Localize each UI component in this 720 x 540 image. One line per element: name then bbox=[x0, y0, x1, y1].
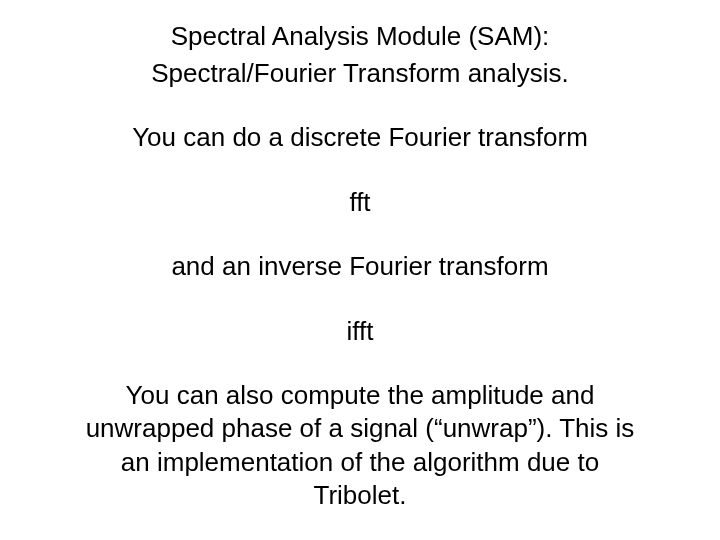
title-block: Spectral Analysis Module (SAM): Spectral… bbox=[40, 20, 680, 89]
paragraph-block: You can also compute the amplitude and u… bbox=[40, 379, 680, 512]
title-line-2: Spectral/Fourier Transform analysis. bbox=[40, 57, 680, 90]
slide-content: Spectral Analysis Module (SAM): Spectral… bbox=[40, 20, 680, 512]
intro-line: You can do a discrete Fourier transform bbox=[40, 121, 680, 154]
command-ifft: ifft bbox=[40, 315, 680, 348]
command-fft: fft bbox=[40, 186, 680, 219]
paragraph-line-4: Tribolet. bbox=[40, 479, 680, 512]
title-line-1: Spectral Analysis Module (SAM): bbox=[40, 20, 680, 53]
paragraph-line-1: You can also compute the amplitude and bbox=[40, 379, 680, 412]
paragraph-line-2: unwrapped phase of a signal (“unwrap”). … bbox=[40, 412, 680, 445]
paragraph-line-3: an implementation of the algorithm due t… bbox=[40, 446, 680, 479]
inverse-line: and an inverse Fourier transform bbox=[40, 250, 680, 283]
